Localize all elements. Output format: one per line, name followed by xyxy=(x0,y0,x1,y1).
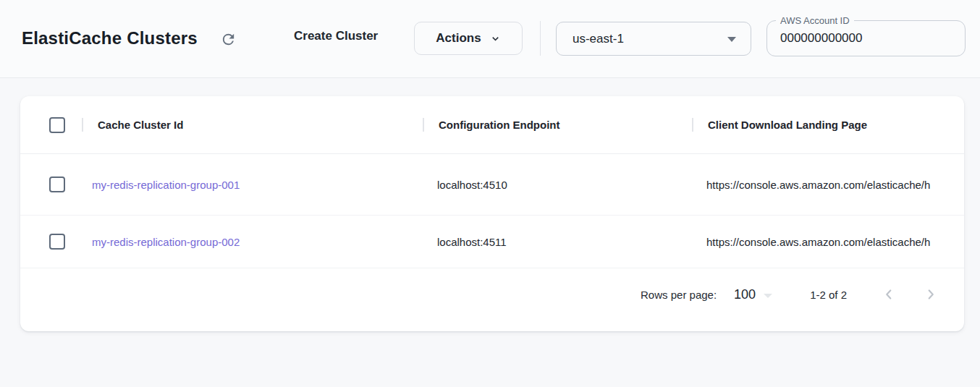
actions-button[interactable]: Actions xyxy=(414,22,523,55)
chevron-down-icon xyxy=(490,33,501,44)
rows-per-page-label: Rows per page: xyxy=(641,289,717,301)
region-select[interactable]: us-east-1 xyxy=(556,22,751,56)
previous-page-button[interactable] xyxy=(874,280,903,309)
actions-button-label: Actions xyxy=(436,31,481,46)
rows-per-page-arrow-icon xyxy=(764,294,772,298)
column-separator xyxy=(82,118,83,132)
column-separator xyxy=(423,118,424,132)
select-all-checkbox[interactable] xyxy=(49,117,65,133)
landing-page-cell: https://console.aws.amazon.com/elasticac… xyxy=(692,179,964,191)
column-header-landing-page: Client Download Landing Page xyxy=(692,118,964,132)
rows-per-page-value: 100 xyxy=(734,287,756,302)
toolbar-divider xyxy=(540,21,541,56)
table-row: my-redis-replication-group-002 localhost… xyxy=(20,216,964,268)
row-checkbox[interactable] xyxy=(49,177,65,192)
table-row: my-redis-replication-group-001 localhost… xyxy=(20,154,964,216)
column-header-label: Configuration Endpoint xyxy=(439,119,559,131)
select-all-cell xyxy=(20,117,82,133)
table-header-row: Cache Cluster Id Configuration Endpoint … xyxy=(20,96,964,154)
endpoint-cell: localhost:4511 xyxy=(423,236,692,248)
aws-account-id-input[interactable] xyxy=(767,21,965,56)
row-checkbox-cell xyxy=(20,177,82,192)
next-page-button[interactable] xyxy=(916,280,945,309)
rows-per-page-select[interactable]: 100 xyxy=(734,287,772,302)
clusters-table-card: Cache Cluster Id Configuration Endpoint … xyxy=(20,96,964,331)
endpoint-cell: localhost:4510 xyxy=(423,179,692,191)
column-header-label: Client Download Landing Page xyxy=(708,119,867,131)
cluster-id-cell: my-redis-replication-group-001 xyxy=(82,179,423,191)
create-cluster-button[interactable]: Create Cluster xyxy=(294,29,378,43)
row-checkbox-cell xyxy=(20,234,82,250)
chevron-right-icon xyxy=(923,286,939,302)
top-toolbar: ElastiCache Clusters Create Cluster Acti… xyxy=(0,0,980,78)
row-checkbox[interactable] xyxy=(49,234,65,250)
page-title: ElastiCache Clusters xyxy=(22,28,198,48)
pagination-bar: Rows per page: 100 1-2 of 2 xyxy=(20,268,964,320)
aws-account-id-label: AWS Account ID xyxy=(776,15,854,26)
cluster-id-cell: my-redis-replication-group-002 xyxy=(82,236,423,248)
pagination-range-label: 1-2 of 2 xyxy=(810,289,847,301)
cluster-id-link[interactable]: my-redis-replication-group-001 xyxy=(92,179,240,191)
column-separator xyxy=(692,118,693,132)
cluster-id-link[interactable]: my-redis-replication-group-002 xyxy=(92,236,240,248)
region-select-value: us-east-1 xyxy=(557,32,624,46)
landing-page-cell: https://console.aws.amazon.com/elasticac… xyxy=(692,236,964,248)
refresh-button[interactable] xyxy=(219,30,237,48)
column-header-cluster-id: Cache Cluster Id xyxy=(82,118,423,132)
column-header-label: Cache Cluster Id xyxy=(98,119,183,131)
dropdown-arrow-icon xyxy=(727,37,736,42)
column-header-endpoint: Configuration Endpoint xyxy=(423,118,692,132)
chevron-left-icon xyxy=(881,286,897,302)
refresh-icon xyxy=(220,31,237,48)
aws-account-id-field: AWS Account ID xyxy=(766,20,966,56)
